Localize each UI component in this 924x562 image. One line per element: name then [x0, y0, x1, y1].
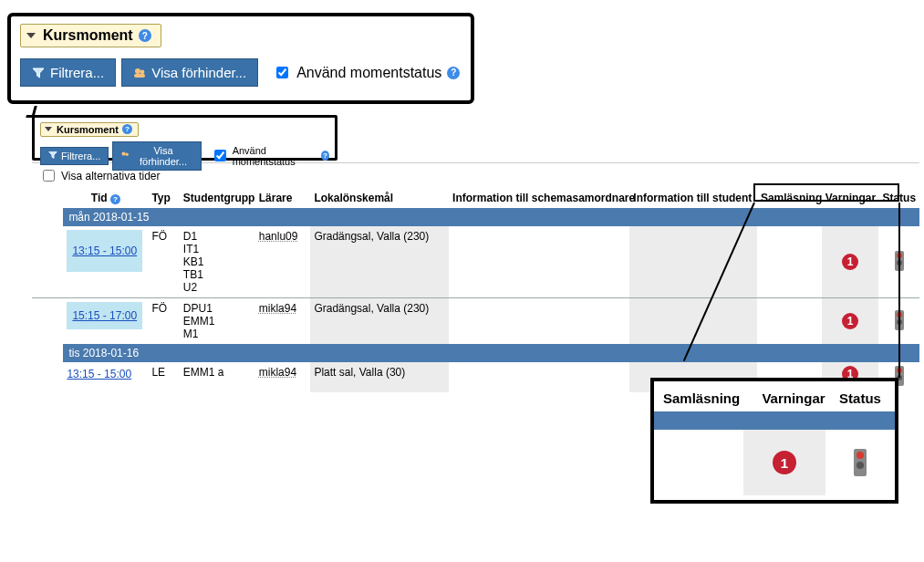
- studentgrupp-cell: EMM1 a: [180, 362, 255, 392]
- lokal-cell: Platt sal, Valla (30): [310, 362, 449, 392]
- larare-link[interactable]: mikla94: [259, 366, 296, 379]
- th-info-student: Information till student: [629, 188, 757, 208]
- typ-cell: FÖ: [148, 298, 179, 345]
- use-momentstatus-checkbox-small[interactable]: [214, 150, 226, 161]
- filter-button[interactable]: Filtrera...: [20, 58, 116, 87]
- use-momentstatus-label[interactable]: Använd momentstatus ?: [273, 64, 460, 81]
- svg-point-0: [135, 68, 140, 74]
- svg-point-1: [140, 69, 145, 74]
- filter-button-label-small: Filtrera...: [61, 151, 100, 161]
- kursmoment-title-small: Kursmoment: [57, 124, 119, 135]
- date-label: mån 2018-01-15: [63, 208, 919, 226]
- funnel-icon: [32, 67, 45, 79]
- date-label: tis 2018-01-16: [63, 344, 919, 362]
- help-icon[interactable]: ?: [139, 29, 151, 42]
- chevron-down-icon: [45, 127, 52, 131]
- filter-button-label: Filtrera...: [50, 65, 104, 80]
- th-tid: Tid: [91, 192, 108, 204]
- th-lokal: Lokalönskemål: [310, 188, 449, 208]
- warning-badge[interactable]: 1: [842, 313, 858, 329]
- chevron-down-icon: [26, 33, 36, 38]
- svg-rect-2: [134, 74, 145, 78]
- zoom-samlasning-cell: [654, 430, 743, 495]
- funnel-icon: [48, 151, 57, 161]
- kursmoment-legend[interactable]: Kursmoment ?: [20, 24, 161, 47]
- time-link[interactable]: 15:15 - 17:00: [67, 302, 142, 329]
- people-icon: [120, 151, 130, 161]
- date-row: tis 2018-01-16: [32, 344, 919, 362]
- use-momentstatus-text-small: Använd momentstatus: [233, 145, 317, 167]
- typ-cell: FÖ: [148, 226, 179, 298]
- studentgrupp-cell: DPU1EMM1M1: [180, 298, 255, 345]
- th-typ: Typ: [148, 188, 179, 208]
- filter-button-small[interactable]: Filtrera...: [40, 147, 109, 165]
- visa-alternativa-checkbox[interactable]: [43, 170, 55, 182]
- table-row: 13:15 - 15:00 FÖ D1IT1KB1TB1U2 hanlu09 G…: [32, 226, 919, 298]
- zoom-status: Status: [835, 390, 886, 406]
- svg-point-4: [126, 152, 129, 155]
- time-link[interactable]: 13:15 - 15:00: [67, 230, 142, 272]
- lokal-cell: Gradängsal, Valla (230): [310, 226, 449, 298]
- schedule-table: Tid ? Typ Studentgrupp Lärare Lokalönske…: [32, 188, 919, 392]
- highlight-frame: [753, 183, 899, 202]
- visa-forhinder-button-small[interactable]: Visa förhinder...: [112, 141, 201, 171]
- callout-connector: [898, 203, 900, 378]
- visa-alternativa-label: Visa alternativa tider: [61, 170, 161, 182]
- samlasning-cell: [757, 226, 822, 298]
- th-info-samordnare: Information till schemasamordnare: [449, 188, 629, 208]
- kursmoment-panel: Kursmoment ? Filtrera... Visa förhinder.…: [32, 115, 337, 161]
- th-studentgrupp: Studentgrupp: [180, 188, 255, 208]
- use-momentstatus-label-small[interactable]: Använd momentstatus ?: [211, 145, 329, 167]
- zoom-bluebar: [654, 411, 895, 430]
- larare-link[interactable]: mikla94: [259, 302, 296, 315]
- typ-cell: LE: [148, 362, 179, 392]
- visa-forhinder-button[interactable]: Visa förhinder...: [121, 58, 258, 87]
- week-label: v 3: [43, 211, 58, 224]
- help-icon[interactable]: ?: [447, 67, 460, 79]
- warning-badge[interactable]: 1: [773, 451, 796, 474]
- lokal-cell: Gradängsal, Valla (230): [310, 298, 449, 345]
- th-larare: Lärare: [255, 188, 311, 208]
- info-samordnare-cell[interactable]: [449, 298, 629, 345]
- use-momentstatus-text: Använd momentstatus: [296, 65, 441, 81]
- studentgrupp-cell: D1IT1KB1TB1U2: [180, 226, 255, 298]
- warning-badge[interactable]: 1: [842, 254, 858, 270]
- kursmoment-title: Kursmoment: [43, 27, 133, 44]
- people-icon: [133, 67, 146, 79]
- larare-link[interactable]: hanlu09: [259, 230, 298, 243]
- help-icon[interactable]: ?: [122, 124, 132, 134]
- help-icon[interactable]: ?: [321, 151, 329, 161]
- samlasning-cell: [757, 298, 822, 345]
- kursmoment-callout-large: Kursmoment ? Filtrera... Visa förhinder.…: [7, 13, 474, 104]
- time-link[interactable]: 13:15 - 15:00: [67, 366, 131, 382]
- date-row: v 3 mån 2018-01-15: [32, 208, 919, 226]
- use-momentstatus-checkbox[interactable]: [276, 67, 288, 78]
- svg-point-3: [122, 151, 126, 155]
- table-row: 15:15 - 17:00 FÖ DPU1EMM1M1 mikla94 Grad…: [32, 298, 919, 345]
- info-samordnare-cell[interactable]: [449, 226, 629, 298]
- visa-forhinder-label-small: Visa förhinder...: [133, 145, 192, 167]
- kursmoment-legend-small[interactable]: Kursmoment ?: [40, 122, 139, 137]
- visa-forhinder-label: Visa förhinder...: [151, 65, 246, 80]
- zoom-samlasning: Samläsning: [663, 390, 753, 406]
- traffic-light-icon[interactable]: [854, 449, 867, 476]
- zoom-varningar: Varningar: [753, 390, 835, 406]
- help-icon[interactable]: ?: [110, 194, 120, 204]
- columns-callout-large: Samläsning Varningar Status 1: [650, 378, 898, 504]
